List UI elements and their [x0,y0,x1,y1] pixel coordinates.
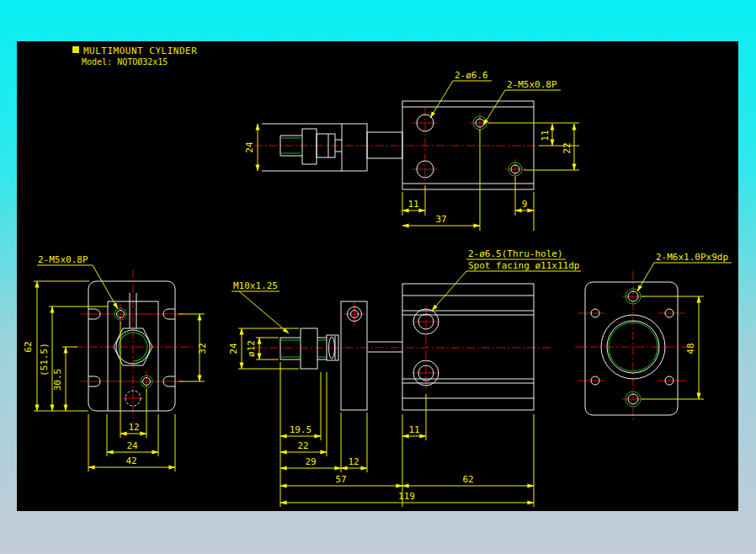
drawing-canvas[interactable]: MULTIMOUNT CYLINDER Model: NQTOØ32x15 [17,41,738,511]
top-view: 24 11 22 11 9 37 [244,70,579,231]
dim-side-front-len: 57 [335,474,346,485]
dim-side-body-len: 62 [462,474,473,485]
front-view: 2-M5x0.8P 62 (51.5) 30.5 32 [23,254,208,471]
dim-front-thread-spacing: 12 [128,422,139,433]
dim-side-plate-thk: 12 [348,456,359,467]
dim-top-offset-v: 11 [540,130,551,141]
dim-side-to-plate: 29 [305,456,316,467]
technical-drawing: MULTIMOUNT CYLINDER Model: NQTOØ32x15 [17,41,738,511]
dim-front-center-to-bottom: 30.5 [52,369,63,392]
label-front-threads: 2-M5x0.8P [38,254,88,265]
label-top-holes: 2-ø6.6 [455,70,488,81]
title-bullet-icon [72,46,79,53]
dim-side-thread-len: 19.5 [290,424,312,435]
dim-top-rod-height: 24 [244,141,255,153]
dim-end-hole-spacing: 48 [685,343,696,354]
cad-application-window: MULTIMOUNT CYLINDER Model: NQTOØ32x15 [0,0,756,554]
dim-side-total-len: 119 [398,491,415,502]
dim-front-height: 62 [23,341,34,352]
label-side-thru-hole-1: 2-ø6.5(Thru-hole) [468,248,563,259]
dim-side-hole-offset: 11 [408,424,419,435]
dim-front-notch-spacing: 32 [197,343,208,354]
dim-top-offset-h: 11 [407,199,418,210]
dim-front-width: 42 [125,455,136,466]
dim-front-ref-height: (51.5) [39,343,50,376]
end-view: 2-M6x1.0Px9dp 48 [575,252,732,423]
label-side-rod-thread: M10x1.25 [233,280,278,291]
dim-side-nut-width: 24 [228,343,239,354]
label-end-threads: 2-M6x1.0Px9dp [656,252,728,263]
drawing-model: Model: NQTOØ32x15 [82,57,168,67]
drawing-title: MULTIMOUNT CYLINDER [83,45,197,56]
label-side-thru-hole-2: Spot facing ø11x11dp [468,260,579,271]
dim-front-tube: 24 [126,440,138,451]
dim-side-rod-dia: ø12 [246,340,257,357]
dim-top-spacing-v: 22 [562,142,572,153]
dim-top-thread-edge: 9 [522,199,528,210]
dim-top-thread-pos: 37 [435,214,446,225]
label-top-threads: 2-M5x0.8P [507,79,557,90]
side-view: M10x1.25 2-ø6.5(Thru-hole) Spot facing ø… [228,248,581,507]
dim-side-rod-ext: 22 [297,440,308,451]
title-block: MULTIMOUNT CYLINDER Model: NQTOØ32x15 [72,45,197,67]
